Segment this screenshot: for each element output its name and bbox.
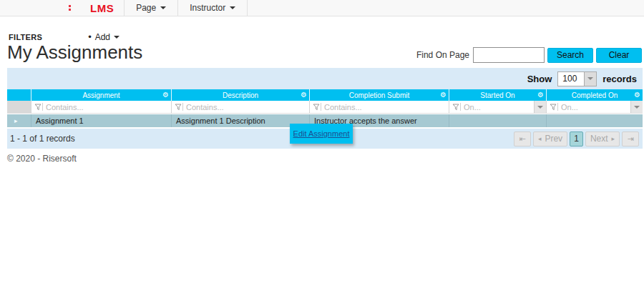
filter-cell-assignment (31, 101, 172, 114)
row-selector-cell[interactable]: ▸ (7, 114, 31, 127)
header-cell-started-on[interactable]: Started On ⚙ (449, 89, 547, 101)
records-label: records (602, 74, 637, 84)
gear-icon[interactable]: ⚙ (162, 90, 169, 100)
last-page-button[interactable]: ⇥ (622, 131, 639, 146)
header-cell-assignment[interactable]: Assignment ⚙ (31, 89, 172, 101)
grid-filter-row (7, 101, 643, 114)
cell-started-on[interactable] (449, 114, 547, 127)
bullet-icon: • (88, 31, 92, 42)
chevron-down-icon (230, 6, 235, 9)
filter-funnel-icon[interactable] (452, 104, 460, 111)
filter-funnel-icon[interactable] (313, 104, 321, 111)
first-page-button[interactable]: ⇤ (514, 131, 531, 146)
chevron-down-icon (634, 106, 640, 109)
prev-arrow-icon: ◂ (538, 135, 542, 142)
pagination: ⇤ ◂Prev 1 Next▸ ⇥ (514, 131, 639, 146)
filter-divider (42, 103, 43, 111)
filter-divider (557, 103, 558, 111)
page-size-select[interactable]: 100 (557, 71, 597, 86)
find-on-page-group: Find On Page Search Clear (416, 47, 642, 63)
records-summary: 1 - 1 of 1 records (10, 134, 75, 144)
next-page-button[interactable]: Next▸ (585, 131, 620, 146)
column-title: Assignment (82, 91, 119, 99)
filter-cell-description (172, 101, 310, 114)
gear-icon[interactable]: ⚙ (440, 90, 447, 100)
column-title: Description (223, 91, 258, 99)
clear-button[interactable]: Clear (596, 48, 642, 63)
column-title: Completed On (572, 91, 618, 99)
filter-cell-selector (7, 101, 31, 114)
filter-funnel-icon[interactable] (34, 104, 42, 111)
filter-cell-completed-on (547, 101, 643, 114)
page-number-button[interactable]: 1 (570, 131, 583, 146)
completed-on-filter-input[interactable] (547, 101, 630, 113)
column-title: Started On (480, 91, 514, 99)
prev-page-button[interactable]: ◂Prev (533, 131, 567, 146)
next-label: Next (590, 134, 608, 144)
row-arrow-icon: ▸ (11, 117, 18, 124)
gear-icon[interactable]: ⚙ (634, 90, 640, 100)
next-arrow-icon: ▸ (612, 135, 615, 142)
page-title: My Assignments (7, 41, 142, 64)
page-size-value: 100 (558, 72, 584, 86)
filter-funnel-icon[interactable] (175, 104, 182, 111)
filter-divider (182, 103, 183, 111)
header-cell-completion-submit[interactable]: Completion Submit ⚙ (310, 89, 449, 101)
header-cell-selector (7, 89, 31, 101)
completion-submit-filter-input[interactable] (310, 101, 449, 113)
grid-header-row: Assignment ⚙ Description ⚙ Completion Su… (7, 89, 643, 101)
page-size-dropdown-button[interactable] (584, 72, 596, 86)
find-on-page-label: Find On Page (416, 50, 469, 60)
header-cell-description[interactable]: Description ⚙ (172, 89, 310, 101)
chevron-down-icon (537, 106, 543, 109)
chevron-down-icon (160, 6, 166, 9)
gear-icon[interactable]: ⚙ (301, 90, 307, 100)
chevron-down-icon (587, 77, 593, 80)
edit-assignment-popup: Edit Assignment (290, 124, 353, 144)
description-filter-input[interactable] (172, 101, 309, 113)
started-on-filter-input[interactable] (449, 101, 534, 113)
filters-title: FILTERS (9, 33, 42, 41)
first-page-icon: ⇤ (519, 134, 525, 144)
last-page-icon: ⇥ (627, 134, 633, 144)
filter-cell-completion-submit (310, 101, 449, 114)
search-button[interactable]: Search (547, 48, 593, 63)
chevron-down-icon (114, 36, 119, 39)
started-on-datepicker-button[interactable] (534, 101, 546, 113)
copyright-text: © 2020 - Risersoft (7, 154, 77, 164)
navbar: LMS Page Instructor (0, 0, 644, 16)
add-filter-button[interactable]: • Add (88, 31, 119, 42)
add-filter-label: Add (95, 32, 110, 42)
nav-item-instructor[interactable]: Instructor (177, 0, 248, 16)
broken-logo-icon (69, 5, 71, 7)
prev-label: Prev (545, 134, 562, 144)
gear-icon[interactable]: ⚙ (537, 90, 544, 100)
show-label: Show (527, 74, 552, 84)
nav-item-page[interactable]: Page (124, 0, 177, 16)
filter-cell-started-on (449, 101, 547, 114)
filter-funnel-icon[interactable] (550, 104, 557, 111)
assignment-filter-input[interactable] (31, 101, 171, 113)
cell-assignment[interactable]: Assignment 1 (31, 114, 172, 127)
cell-completed-on[interactable] (547, 114, 643, 127)
brand-lms[interactable]: LMS (80, 0, 124, 16)
completed-on-datepicker-button[interactable] (630, 101, 643, 113)
edit-assignment-link[interactable]: Edit Assignment (293, 129, 350, 138)
filter-divider (460, 103, 461, 111)
filters-bar: FILTERS • Add (9, 31, 119, 42)
find-on-page-input[interactable] (473, 47, 545, 63)
filter-divider (321, 103, 321, 111)
nav-item-instructor-label: Instructor (190, 3, 225, 13)
column-title: Completion Submit (349, 91, 409, 99)
nav-item-page-label: Page (136, 3, 156, 13)
grid-toolbar: Show 100 records (7, 68, 643, 89)
header-cell-completed-on[interactable]: Completed On ⚙ (547, 89, 643, 101)
